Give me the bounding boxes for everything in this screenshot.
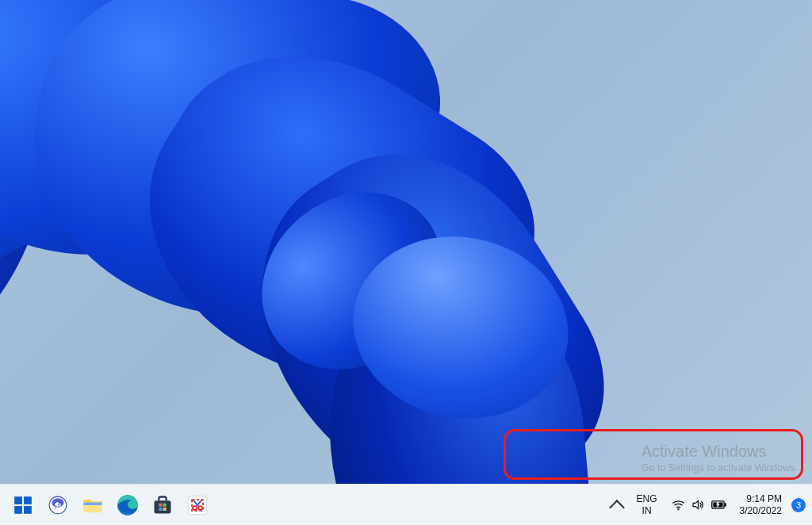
chat-icon xyxy=(48,495,68,515)
svg-rect-12 xyxy=(159,507,162,510)
svg-rect-9 xyxy=(155,500,171,513)
clock-time: 9:14 PM xyxy=(740,493,782,505)
language-indicator[interactable]: ENG IN xyxy=(632,493,662,516)
taskbar: ENG IN xyxy=(0,484,812,525)
svg-rect-7 xyxy=(83,502,102,505)
battery-icon xyxy=(711,499,727,511)
system-tray: ENG IN xyxy=(607,485,810,525)
svg-rect-10 xyxy=(159,503,162,506)
activation-watermark: Activate Windows Go to Settings to activ… xyxy=(642,443,798,473)
svg-rect-3 xyxy=(24,506,32,514)
windows-logo-icon xyxy=(13,495,33,515)
watermark-subtitle: Go to Settings to activate Windows. xyxy=(642,462,798,473)
folder-icon xyxy=(82,494,104,516)
watermark-title: Activate Windows xyxy=(642,443,798,461)
file-explorer-button[interactable] xyxy=(76,489,109,522)
microsoft-store-button[interactable] xyxy=(146,489,179,522)
chat-button[interactable] xyxy=(41,489,75,522)
svg-rect-11 xyxy=(163,503,167,506)
svg-rect-0 xyxy=(14,496,22,504)
tray-overflow-button[interactable] xyxy=(607,494,627,516)
svg-rect-1 xyxy=(24,496,32,504)
taskbar-pinned-apps xyxy=(6,489,214,522)
language-line1: ENG xyxy=(637,493,657,504)
desktop[interactable]: Activate Windows Go to Settings to activ… xyxy=(0,0,812,525)
notification-badge[interactable]: 3 xyxy=(791,498,806,512)
svg-point-18 xyxy=(677,508,679,510)
wifi-icon xyxy=(672,498,685,512)
language-line2: IN xyxy=(637,505,657,516)
snipping-tool-button[interactable] xyxy=(181,489,214,522)
volume-icon xyxy=(691,498,705,512)
svg-rect-20 xyxy=(725,503,726,507)
edge-icon xyxy=(117,494,139,516)
start-button[interactable] xyxy=(6,489,40,522)
svg-rect-13 xyxy=(163,507,167,510)
edge-button[interactable] xyxy=(111,489,144,522)
store-icon xyxy=(151,494,174,516)
svg-rect-2 xyxy=(14,506,22,514)
clock-button[interactable]: 9:14 PM 3/20/2022 xyxy=(737,493,785,517)
snip-icon xyxy=(186,494,209,516)
chevron-up-icon xyxy=(609,500,625,515)
clock-date: 3/20/2022 xyxy=(740,505,782,517)
quick-settings-button[interactable] xyxy=(667,498,732,512)
desktop-wallpaper xyxy=(0,0,812,484)
